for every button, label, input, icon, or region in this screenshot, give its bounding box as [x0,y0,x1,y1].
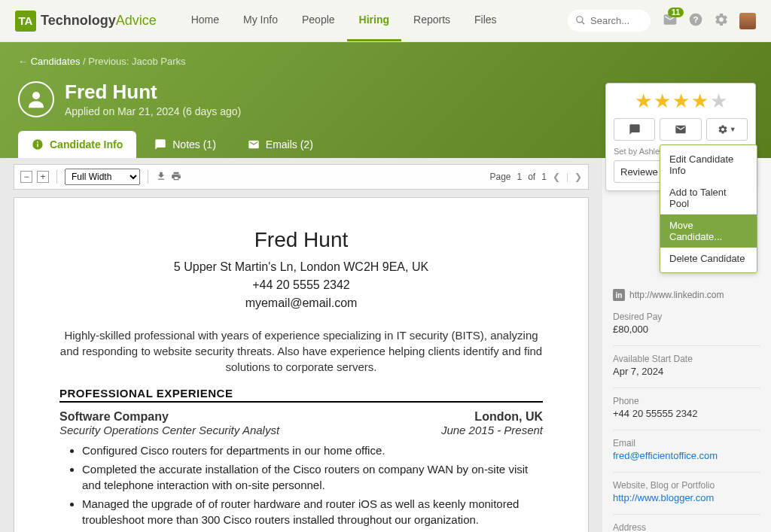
resume-email: myemail@email.com [59,294,543,312]
menu-move-candidate[interactable]: Move Candidate... [660,214,757,248]
resume-name: Fred Hunt [59,228,543,252]
resume-document: Fred Hunt 5 Upper St Martin's Ln, London… [14,197,589,532]
svg-point-4 [32,92,40,99]
email-link[interactable]: fred@efficientoffice.com [613,450,718,461]
logo-icon: TA [15,11,36,32]
candidate-applied: Applied on Mar 21, 2024 (6 days ago) [65,105,241,117]
inbox-icon[interactable]: 11 [663,12,678,29]
comment-button[interactable] [614,118,655,141]
resume-bullet: Completed the accurate installation of t… [82,461,543,493]
star-rating[interactable]: ★ ★ ★ ★ ★ [614,91,748,111]
candidate-actions-menu: Edit Candidate Info Add to Talent Pool M… [660,144,757,273]
email-label: Email [613,438,760,448]
menu-edit-candidate[interactable]: Edit Candidate Info [660,148,757,181]
zoom-select[interactable]: Full Width [65,169,140,185]
svg-line-1 [582,22,585,25]
breadcrumb: ← Candidates / Previous: Jacob Parks [18,56,753,67]
nav-reports[interactable]: Reports [401,0,462,41]
logo-text-2: Advice [116,13,157,29]
email-button[interactable] [660,118,701,141]
linkedin-link[interactable]: http://www.linkedin.com [629,290,724,300]
settings-dropdown-button[interactable]: ▼ [706,118,748,141]
user-avatar[interactable] [739,13,756,29]
address-label: Address [613,522,760,532]
resume-job-location: London, UK [474,410,543,424]
main-content: − + Full Width Page 1 of 1 ❮ | ❯ Fred Hu… [0,158,771,532]
search-box [568,10,651,32]
page-label: Page [489,172,510,182]
resume-bullet: Configured Cisco routers for departments… [82,442,543,458]
menu-delete-candidate[interactable]: Delete Candidate [660,248,757,269]
resume-summary: Highly-skilled professional with years o… [59,327,543,375]
resume-section-heading: PROFESSIONAL EXPERIENCE [59,387,543,403]
nav-links: Home My Info People Hiring Reports Files [179,0,509,41]
nav-people[interactable]: People [290,0,347,41]
next-page-icon[interactable]: ❯ [574,172,582,182]
breadcrumb-candidates[interactable]: Candidates [31,56,81,67]
resume-address: 5 Upper St Martin's Ln, London WC2H 9EA,… [59,258,543,276]
print-icon[interactable] [171,171,181,184]
star-5[interactable]: ★ [710,91,727,111]
comment-icon [154,138,166,150]
star-4[interactable]: ★ [691,91,709,111]
phone-value: +44 20 55555 2342 [613,408,760,419]
document-pane: − + Full Width Page 1 of 1 ❮ | ❯ Fred Hu… [0,158,602,532]
help-icon[interactable]: ? [688,12,703,29]
nav-files[interactable]: Files [462,0,509,41]
menu-add-talent-pool[interactable]: Add to Talent Pool [660,181,757,214]
tab-notes[interactable]: Notes (1) [141,131,230,158]
website-label: Website, Blog or Portfolio [613,480,760,491]
tab-candidate-info[interactable]: Candidate Info [18,131,136,158]
prev-page-icon[interactable]: ❮ [553,172,560,182]
gear-icon[interactable] [714,12,729,29]
download-icon[interactable] [156,171,166,184]
tab-emails-label: Emails (2) [266,138,313,150]
page-of: of [528,172,535,182]
resume-phone: +44 20 5555 2342 [59,276,543,294]
email-icon [248,138,260,150]
tab-emails[interactable]: Emails (2) [234,131,327,158]
website-link[interactable]: http://www.blogger.com [613,492,714,503]
zoom-out-button[interactable]: − [20,171,32,183]
svg-rect-6 [37,144,38,147]
nav-myinfo[interactable]: My Info [231,0,290,41]
star-2[interactable]: ★ [654,91,671,111]
availability-value: Apr 7, 2024 [613,366,760,377]
resume-bullets: Configured Cisco routers for departments… [82,442,543,532]
svg-point-0 [577,17,583,23]
logo-text-1: Technology [41,13,116,29]
nav-hiring[interactable]: Hiring [347,0,401,41]
nav-home[interactable]: Home [179,0,231,41]
brand-logo[interactable]: TA TechnologyAdvice [15,11,157,32]
notification-badge: 11 [668,8,684,17]
breadcrumb-previous[interactable]: Previous: Jacob Parks [88,56,185,67]
page-current: 1 [517,172,522,182]
svg-text:?: ? [693,14,698,24]
tab-notes-label: Notes (1) [172,138,216,150]
candidate-avatar [18,81,54,117]
zoom-in-button[interactable]: + [37,171,49,183]
resume-job-title: Security Operations Center Security Anal… [59,424,279,436]
candidate-name: Fred Hunt [65,81,241,104]
desired-pay-label: Desired Pay [613,312,760,322]
search-icon [575,15,586,28]
svg-point-7 [37,141,38,143]
star-1[interactable]: ★ [635,91,652,111]
tab-candidate-info-label: Candidate Info [50,138,123,150]
page-total: 1 [541,172,547,182]
back-arrow-icon[interactable]: ← [18,56,28,67]
availability-label: Available Start Date [613,354,760,364]
resume-bullet: Managed the upgrade of of router hardwar… [82,496,543,527]
linkedin-icon: in [613,289,625,301]
resume-job-dates: June 2015 - Present [441,424,543,436]
pdf-toolbar: − + Full Width Page 1 of 1 ❮ | ❯ [14,164,589,190]
phone-label: Phone [613,396,760,406]
top-icons: 11 ? [663,12,756,29]
info-icon [32,138,44,150]
desired-pay-value: £80,000 [613,324,760,335]
star-3[interactable]: ★ [672,91,690,111]
status-label: Reviewe [620,166,658,178]
resume-job-company: Software Company [59,410,169,424]
top-bar: TA TechnologyAdvice Home My Info People … [0,0,771,42]
